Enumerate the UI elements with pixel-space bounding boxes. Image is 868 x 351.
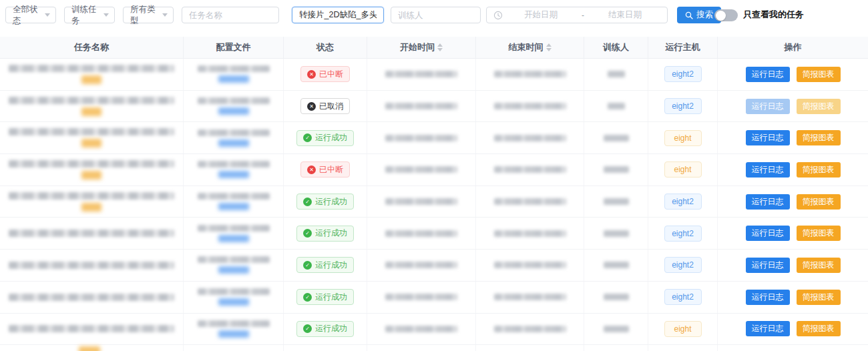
status-filter-select[interactable]: 全部状态: [5, 7, 56, 23]
report-chart-button[interactable]: 简报图表: [797, 290, 841, 305]
config-link-redacted[interactable]: [218, 171, 249, 178]
status-badge: ✓运行成功: [296, 257, 354, 273]
run-log-button[interactable]: 运行日志: [746, 258, 790, 273]
circle-check-icon: ✓: [303, 133, 312, 142]
status-badge: ✓运行成功: [296, 321, 354, 337]
end-time-redacted: [494, 166, 566, 173]
report-chart-button: 简报图表: [797, 99, 841, 114]
date-range-separator: -: [576, 11, 590, 20]
status-badge: ✕已中断: [300, 161, 350, 178]
start-time-redacted: [385, 103, 457, 109]
end-time-redacted: [494, 135, 566, 141]
task-name-redacted: [9, 97, 174, 104]
circle-check-icon: ✓: [303, 261, 312, 270]
run-log-button[interactable]: 运行日志: [746, 130, 790, 145]
config-file-redacted: [198, 97, 270, 104]
sort-carets-icon[interactable]: [546, 43, 552, 51]
task-type-select[interactable]: 训练任务: [64, 7, 115, 23]
circle-check-icon: ✓: [303, 324, 312, 333]
end-time-redacted: [494, 262, 566, 268]
table-row: ✓运行成功 eight2 运行日志简报图表: [0, 250, 868, 282]
task-tag-redacted: [81, 171, 101, 180]
trainer-redacted: [604, 262, 629, 268]
table-row-partial: [0, 345, 868, 351]
trainer-redacted: [604, 326, 629, 332]
config-link-redacted[interactable]: [218, 330, 249, 338]
status-badge: ✓运行成功: [296, 130, 354, 146]
trainer-redacted: [604, 294, 629, 300]
run-log-button[interactable]: 运行日志: [746, 162, 790, 178]
chevron-down-icon: [45, 13, 50, 17]
col-header-end-time[interactable]: 结束时间: [476, 37, 584, 58]
col-header-host: 运行主机: [648, 37, 718, 58]
start-time-redacted: [385, 262, 457, 268]
config-link-redacted[interactable]: [218, 203, 249, 210]
trainer-input[interactable]: [391, 7, 480, 23]
config-file-redacted: [198, 320, 270, 327]
config-link-redacted[interactable]: [218, 139, 249, 147]
clock-icon: [493, 11, 503, 20]
report-chart-button[interactable]: 简报图表: [797, 194, 841, 210]
config-link-redacted[interactable]: [218, 107, 249, 115]
task-name-input[interactable]: [182, 7, 278, 23]
trainer-redacted: [604, 166, 629, 173]
category-value: 所有类型: [130, 4, 158, 27]
host-badge: eight2: [664, 66, 702, 82]
start-date-placeholder[interactable]: 开始日期: [505, 9, 576, 21]
table-row: ✓运行成功 eight2 运行日志简报图表: [0, 218, 868, 250]
date-range-picker[interactable]: 开始日期 - 结束日期: [486, 7, 668, 23]
config-file-redacted: [198, 65, 270, 72]
col-header-actions: 操作: [718, 37, 868, 58]
category-select[interactable]: 所有类型: [123, 7, 174, 23]
host-badge: eight2: [664, 98, 702, 114]
host-badge: eight: [664, 130, 702, 146]
my-tasks-toggle[interactable]: [714, 9, 738, 21]
report-chart-button[interactable]: 简报图表: [797, 226, 841, 241]
status-badge: ✓运行成功: [296, 226, 354, 242]
circle-x-icon: ✕: [307, 165, 316, 174]
task-type-value: 训练任务: [71, 4, 99, 27]
run-log-button[interactable]: 运行日志: [746, 194, 790, 210]
config-link-redacted[interactable]: [218, 75, 249, 83]
table-row: ✓运行成功 eight 运行日志简报图表: [0, 122, 868, 154]
task-name-redacted: [9, 192, 174, 200]
toggle-knob: [716, 11, 726, 21]
run-log-button[interactable]: 运行日志: [746, 321, 790, 336]
start-time-redacted: [385, 166, 457, 173]
task-name-redacted: [9, 262, 174, 269]
run-log-button[interactable]: 运行日志: [746, 290, 790, 305]
end-time-redacted: [494, 326, 566, 332]
col-header-start-time[interactable]: 开始时间: [367, 37, 476, 58]
config-link-redacted[interactable]: [218, 266, 249, 274]
keyword-field: [292, 7, 384, 23]
table-row: ✓运行成功 eight2 运行日志简报图表: [0, 186, 868, 218]
status-badge: ✕已中断: [300, 66, 350, 82]
end-date-placeholder[interactable]: 结束日期: [590, 9, 660, 21]
report-chart-button[interactable]: 简报图表: [797, 258, 841, 273]
host-badge: eight2: [664, 194, 702, 210]
run-log-button: 运行日志: [746, 99, 790, 114]
chevron-down-icon: [103, 13, 109, 17]
my-tasks-toggle-label: 只查看我的任务: [743, 9, 804, 21]
start-time-redacted: [385, 294, 457, 300]
report-chart-button[interactable]: 简报图表: [797, 162, 841, 178]
end-time-redacted: [494, 103, 566, 109]
table-row: ✕已中断 eight2 运行日志简报图表: [0, 59, 868, 91]
task-tag-redacted: [81, 75, 101, 84]
report-chart-button[interactable]: 简报图表: [797, 67, 841, 82]
keyword-input[interactable]: [292, 7, 383, 23]
report-chart-button[interactable]: 简报图表: [797, 130, 841, 145]
col-header-trainer: 训练人: [584, 37, 648, 58]
trainer-redacted: [608, 103, 625, 109]
sort-carets-icon[interactable]: [437, 43, 443, 51]
report-chart-button[interactable]: 简报图表: [797, 321, 841, 336]
start-time-redacted: [385, 230, 457, 237]
run-log-button[interactable]: 运行日志: [746, 226, 790, 241]
config-link-redacted[interactable]: [218, 298, 249, 306]
run-log-button[interactable]: 运行日志: [746, 67, 790, 82]
start-time-redacted: [385, 135, 457, 141]
config-link-redacted[interactable]: [218, 235, 249, 242]
col-header-status: 状态: [284, 37, 367, 58]
table-header: 任务名称 配置文件 状态 开始时间 结束时间 训练人 运行主机 操作: [0, 37, 868, 59]
status-badge: ✕已取消: [300, 98, 350, 114]
